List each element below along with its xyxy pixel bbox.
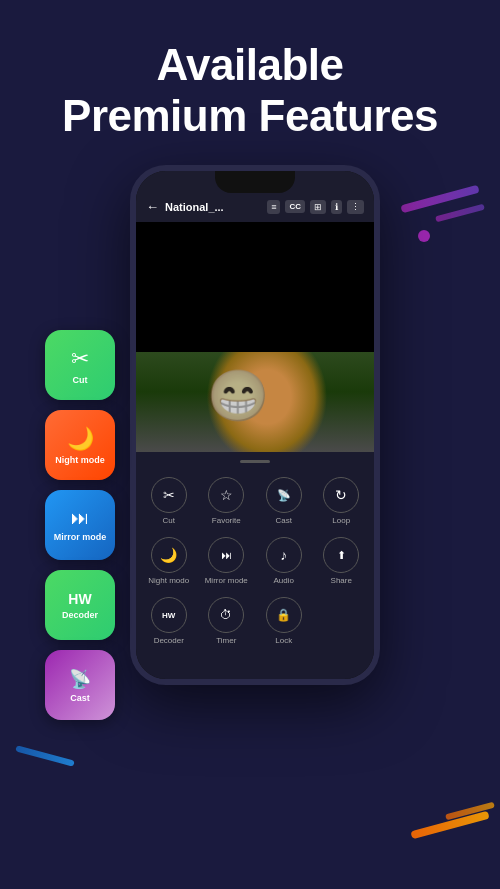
playlist-icon[interactable]: ≡	[267, 200, 280, 214]
menu-item-empty	[315, 593, 369, 649]
info-icon[interactable]: ℹ	[331, 200, 342, 214]
video-thumbnail	[136, 352, 374, 452]
menu-item-decoder[interactable]: HW Decoder	[142, 593, 196, 649]
menu-audio-label: Audio	[274, 576, 294, 585]
menu-loop-label: Loop	[332, 516, 350, 525]
deco-stripe-purple-2	[435, 204, 485, 223]
menu-timer-icon: ⏱	[208, 597, 244, 633]
menu-decoder-label: Decoder	[154, 636, 184, 645]
menu-cast-icon: 📡	[266, 477, 302, 513]
night-label: Night mode	[55, 455, 105, 465]
menu-night-label: Night modo	[148, 576, 189, 585]
menu-item-timer[interactable]: ⏱ Timer	[200, 593, 254, 649]
menu-share-label: Share	[331, 576, 352, 585]
page-title: Available Premium Features	[0, 40, 500, 141]
video-title: National_...	[165, 201, 261, 213]
feature-btn-decoder[interactable]: HW Decoder	[45, 570, 115, 640]
night-icon: 🌙	[67, 426, 94, 452]
menu-mirror-label: Mirror mode	[205, 576, 248, 585]
menu-share-icon: ⬆	[323, 537, 359, 573]
menu-cut-icon: ✂	[151, 477, 187, 513]
menu-item-loop[interactable]: ↻ Loop	[315, 473, 369, 529]
phone-notch	[215, 171, 295, 193]
sheet-handle	[240, 460, 270, 463]
mirror-label: Mirror mode	[54, 532, 107, 542]
menu-item-cast[interactable]: 📡 Cast	[257, 473, 311, 529]
cut-label: Cut	[73, 375, 88, 385]
menu-loop-icon: ↻	[323, 477, 359, 513]
feature-buttons-list: ✂ Cut 🌙 Night mode ⏭ Mirror mode HW Deco…	[45, 330, 115, 720]
menu-lock-icon: 🔒	[266, 597, 302, 633]
menu-cut-label: Cut	[163, 516, 175, 525]
feature-btn-cut[interactable]: ✂ Cut	[45, 330, 115, 400]
cast-label: Cast	[70, 693, 90, 703]
menu-cast-label: Cast	[276, 516, 292, 525]
menu-item-audio[interactable]: ♪ Audio	[257, 533, 311, 589]
bottom-sheet: ✂ Cut ☆ Favorite 📡 Cast ↻ Loop	[136, 452, 374, 679]
menu-item-mirror[interactable]: ⏭ Mirror mode	[200, 533, 254, 589]
menu-audio-icon: ♪	[266, 537, 302, 573]
phone-frame: ← National_... ≡ CC ⊞ ℹ ⋮	[130, 165, 380, 685]
menu-item-lock[interactable]: 🔒 Lock	[257, 593, 311, 649]
equalizer-icon[interactable]: ⊞	[310, 200, 326, 214]
cut-icon: ✂	[71, 346, 89, 372]
menu-lock-label: Lock	[275, 636, 292, 645]
back-button[interactable]: ←	[146, 199, 159, 214]
menu-night-icon: 🌙	[151, 537, 187, 573]
person-photo	[136, 352, 374, 452]
menu-favorite-label: Favorite	[212, 516, 241, 525]
feature-btn-night[interactable]: 🌙 Night mode	[45, 410, 115, 480]
title-section: Available Premium Features	[0, 0, 500, 161]
feature-btn-mirror[interactable]: ⏭ Mirror mode	[45, 490, 115, 560]
menu-timer-label: Timer	[216, 636, 236, 645]
menu-item-share[interactable]: ⬆ Share	[315, 533, 369, 589]
deco-stripe-blue	[15, 745, 75, 766]
more-icon[interactable]: ⋮	[347, 200, 364, 214]
menu-favorite-icon: ☆	[208, 477, 244, 513]
menu-item-favorite[interactable]: ☆ Favorite	[200, 473, 254, 529]
menu-decoder-icon: HW	[151, 597, 187, 633]
menu-item-night[interactable]: 🌙 Night modo	[142, 533, 196, 589]
feature-btn-cast[interactable]: 📡 Cast	[45, 650, 115, 720]
header-icons: ≡ CC ⊞ ℹ ⋮	[267, 200, 364, 214]
cast-icon: 📡	[69, 668, 91, 690]
video-player[interactable]	[136, 222, 374, 352]
mirror-icon: ⏭	[71, 508, 89, 529]
cc-icon[interactable]: CC	[285, 200, 305, 213]
decoder-icon: HW	[68, 591, 91, 607]
decoder-label: Decoder	[62, 610, 98, 620]
features-menu-grid: ✂ Cut ☆ Favorite 📡 Cast ↻ Loop	[142, 473, 368, 649]
phone-mockup: ← National_... ≡ CC ⊞ ℹ ⋮	[130, 165, 380, 685]
deco-dot-purple	[418, 230, 430, 242]
menu-item-cut[interactable]: ✂ Cut	[142, 473, 196, 529]
menu-mirror-icon: ⏭	[208, 537, 244, 573]
